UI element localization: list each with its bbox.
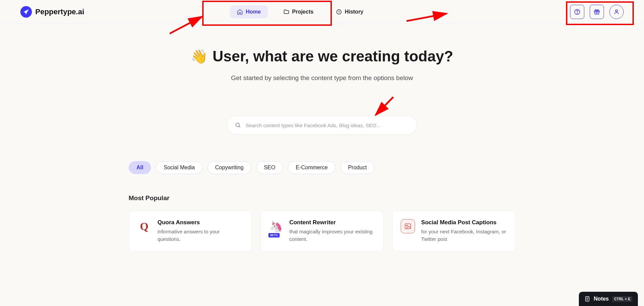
svg-point-5 — [615, 10, 618, 12]
nav-projects-label: Projects — [292, 9, 314, 15]
app-header: Peppertype.ai Home Projects History — [0, 0, 644, 24]
nav-home-label: Home — [246, 9, 261, 15]
hero-title-text: User, what are we creating today? — [212, 48, 453, 65]
brand: Peppertype.ai — [20, 6, 84, 18]
brand-logo-icon — [20, 6, 32, 18]
hero-subtitle: Get started by selecting the content typ… — [84, 74, 560, 82]
wave-emoji-icon: 👋 — [191, 49, 208, 64]
home-icon — [237, 9, 243, 15]
svg-point-2 — [577, 13, 577, 14]
notes-shortcut: CTRL + E — [612, 296, 632, 302]
svg-point-8 — [236, 123, 240, 127]
card-title: Content Rewriter — [289, 219, 375, 226]
main-content: 👋 User, what are we creating today? Get … — [78, 24, 566, 265]
header-actions — [570, 5, 624, 19]
svg-point-12 — [406, 225, 408, 226]
card-grid: Q Quora Answers informative answers to y… — [129, 211, 515, 251]
help-circle-icon — [574, 8, 581, 15]
user-icon — [613, 8, 620, 15]
hero-title: 👋 User, what are we creating today? — [191, 48, 453, 65]
search-container — [227, 116, 417, 135]
notes-label: Notes — [594, 296, 609, 302]
svg-line-10 — [376, 97, 393, 115]
beta-badge: BETA — [268, 233, 279, 237]
clock-icon — [336, 9, 342, 15]
image-icon — [401, 219, 415, 233]
card-body: Content Rewriter that magically improves… — [289, 219, 375, 243]
hero: 👋 User, what are we creating today? Get … — [84, 48, 560, 82]
quora-icon: Q — [137, 219, 151, 233]
chip-social-media[interactable]: Social Media — [156, 161, 203, 174]
card-desc: that magically improves your existing co… — [289, 228, 375, 243]
nav-history-label: History — [345, 9, 363, 15]
card-desc: for your next Facebook, Instagram, or Tw… — [421, 228, 507, 243]
folder-icon — [283, 9, 289, 15]
nav-projects[interactable]: Projects — [277, 5, 320, 18]
unicorn-icon: 🦄 BETA — [269, 219, 283, 233]
chip-ecommerce[interactable]: E-Commerce — [288, 161, 335, 174]
chip-product[interactable]: Product — [340, 161, 375, 174]
gift-button[interactable] — [590, 5, 604, 19]
help-button[interactable] — [570, 5, 584, 19]
brand-name: Peppertype.ai — [35, 7, 84, 16]
card-desc: informative answers to your questions. — [157, 228, 243, 243]
svg-rect-11 — [405, 224, 411, 229]
chip-all[interactable]: All — [129, 161, 151, 174]
top-nav: Home Projects History — [230, 5, 370, 18]
gift-icon — [593, 8, 600, 15]
search-field[interactable] — [227, 116, 417, 135]
card-content-rewriter[interactable]: 🦄 BETA Content Rewriter that magically i… — [261, 211, 384, 251]
category-chips: All Social Media Copywriting SEO E-Comme… — [129, 161, 560, 174]
card-body: Social Media Post Captions for your next… — [421, 219, 507, 243]
nav-home[interactable]: Home — [230, 5, 267, 18]
search-icon — [235, 122, 241, 128]
card-quora-answers[interactable]: Q Quora Answers informative answers to y… — [129, 211, 252, 251]
card-social-captions[interactable]: Social Media Post Captions for your next… — [392, 211, 515, 251]
card-title: Social Media Post Captions — [421, 219, 507, 226]
notes-icon — [584, 296, 590, 302]
profile-button[interactable] — [609, 5, 624, 19]
chip-seo[interactable]: SEO — [256, 161, 283, 174]
section-most-popular: Most Popular — [129, 194, 560, 202]
chip-copywriting[interactable]: Copywriting — [207, 161, 251, 174]
notes-widget[interactable]: Notes CTRL + E — [579, 292, 638, 306]
nav-history[interactable]: History — [329, 5, 370, 18]
card-title: Quora Answers — [157, 219, 243, 226]
svg-line-9 — [239, 126, 240, 127]
search-input[interactable] — [246, 122, 409, 128]
card-body: Quora Answers informative answers to you… — [157, 219, 243, 243]
